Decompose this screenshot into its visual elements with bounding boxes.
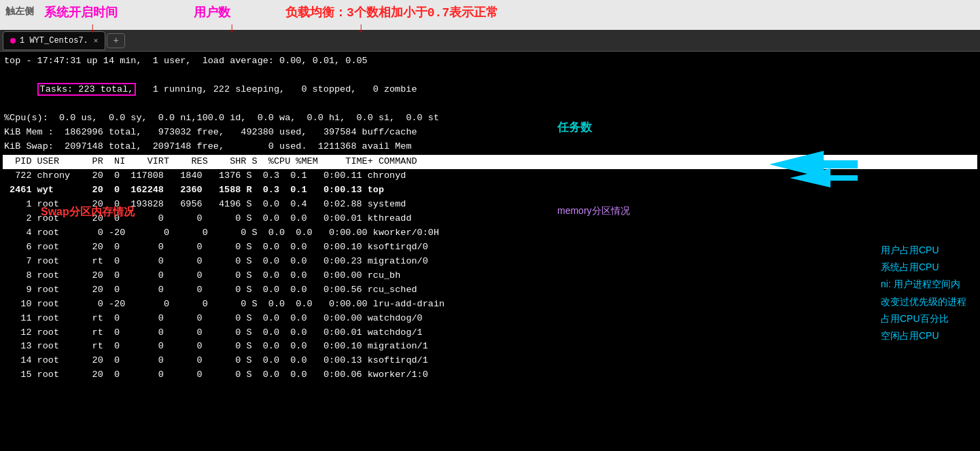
proc-row-12: 12 root rt 0 0 0 0 S 0.0 0.0 0:00.01 wat… <box>3 326 977 340</box>
tab-label: 1 WYT_Centos7. <box>20 36 88 46</box>
right-panel-item-6: 空闲占用CPU <box>881 327 966 344</box>
proc-row-13: 13 root rt 0 0 0 0 S 0.0 0.0 0:00.10 mig… <box>3 340 977 354</box>
proc-row-15: 15 root 20 0 0 0 0 S 0.0 0.0 0:00.06 kwo… <box>3 368 977 382</box>
task-count-annotation: 任务数 <box>557 120 592 135</box>
arrow-system-time: ↓ <box>88 20 97 36</box>
annotation-bar: 触左侧 系统开启时间 用户数 负载均衡：3个数相加小于0.7表示正常 ↓ ↓ ↓ <box>0 0 980 30</box>
right-panel-item-1: 用户占用CPU <box>881 242 966 259</box>
right-panel-item-5: 占用CPU百分比 <box>881 310 966 327</box>
proc-row-4: 4 root 0 -20 0 0 0 S 0.0 0.0 0:00.00 kwo… <box>3 226 977 240</box>
terminal: top - 17:47:31 up 14 min, 1 user, load a… <box>0 52 980 451</box>
proc-row-8: 8 root 20 0 0 0 0 S 0.0 0.0 0:00.00 rcu_… <box>3 269 977 283</box>
tab-close-button[interactable]: ✕ <box>94 36 99 45</box>
right-panel-item-3: ni: 用户进程空间内 <box>881 276 966 293</box>
top-line1: top - 17:47:31 up 14 min, 1 user, load a… <box>4 54 976 69</box>
right-panel-item-4: 改变过优先级的进程 <box>881 293 966 310</box>
arrow-user-count: ↓ <box>228 20 236 36</box>
left-touch-label: 触左侧 <box>5 5 34 18</box>
system-time-annotation: 系统开启时间 <box>44 4 118 20</box>
user-count-annotation: 用户数 <box>194 4 230 20</box>
tab-dot <box>10 38 16 43</box>
proc-row-11: 11 root rt 0 0 0 0 S 0.0 0.0 0:00.00 wat… <box>3 312 977 326</box>
load-avg-annotation: 负载均衡：3个数相加小于0.7表示正常 <box>285 4 498 20</box>
memory-annotation: memory分区情况 <box>557 205 630 217</box>
top-line2: Tasks: 223 total, 1 running, 222 sleepin… <box>4 69 976 111</box>
process-table: 722 chrony 20 0 117808 1840 1376 S 0.3 0… <box>3 169 977 382</box>
right-panel: 用户占用CPU 系统占用CPU ni: 用户进程空间内 改变过优先级的进程 占用… <box>881 242 966 344</box>
tab-bar: 1 WYT_Centos7. ✕ + <box>0 30 980 52</box>
svg-marker-1 <box>790 168 858 187</box>
arrow-load-avg: ↓ <box>357 20 365 36</box>
swap-annotation: Swap分区内存情况 <box>41 205 135 219</box>
top-line4: KiB Mem : 1862996 total, 973032 free, 49… <box>4 126 976 140</box>
new-tab-button[interactable]: + <box>107 33 124 48</box>
tasks-rest: 1 running, 222 sleeping, 0 stopped, 0 zo… <box>136 84 417 94</box>
proc-row-14: 14 root 20 0 0 0 0 S 0.0 0.0 0:00.13 kso… <box>3 354 977 368</box>
cyan-arrow-right-small <box>790 167 858 192</box>
proc-row-1: 1 root 20 0 193828 6956 4196 S 0.0 0.4 0… <box>3 198 977 212</box>
top-line3: %Cpu(s): 0.0 us, 0.0 sy, 0.0 ni,100.0 id… <box>4 111 976 126</box>
right-panel-item-2: 系统占用CPU <box>881 259 966 276</box>
proc-row-9: 9 root 20 0 0 0 0 S 0.0 0.0 0:00.56 rcu_… <box>3 283 977 297</box>
terminal-info-section: top - 17:47:31 up 14 min, 1 user, load a… <box>3 53 977 155</box>
tasks-box: Tasks: 223 total, <box>37 83 137 96</box>
proc-row-2: 2 root 20 0 0 0 0 S 0.0 0.0 0:00.01 kthr… <box>3 212 977 226</box>
proc-row-7: 7 root rt 0 0 0 0 S 0.0 0.0 0:00.23 migr… <box>3 255 977 269</box>
proc-row-6: 6 root 20 0 0 0 0 S 0.0 0.0 0:00.10 ksof… <box>3 240 977 255</box>
proc-row-10: 10 root 0 -20 0 0 0 S 0.0 0.0 0:00.00 lr… <box>3 297 977 312</box>
